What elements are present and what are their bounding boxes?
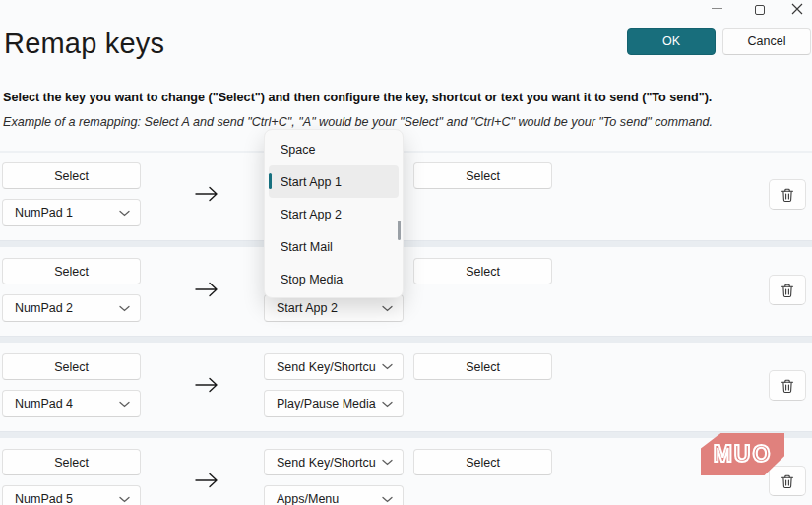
to-send-value: Start App 2 <box>277 301 338 315</box>
source-key-combobox[interactable]: NumPad 4 <box>2 390 141 417</box>
remap-row: Select NumPad 2 Start App 2 Select <box>0 247 812 343</box>
chevron-down-icon <box>382 363 393 370</box>
to-send-value: Play/Pause Media <box>277 397 376 410</box>
source-key-value: NumPad 2 <box>15 301 73 315</box>
description-example-text: Example of a remapping: Select A and sen… <box>3 115 713 129</box>
dropdown-item-label: Start Mail <box>281 240 333 254</box>
chevron-down-icon <box>119 496 130 503</box>
delete-remap-button[interactable] <box>769 370 806 401</box>
select-source-key-button[interactable]: Select <box>2 258 141 284</box>
select-source-key-button[interactable]: Select <box>2 162 141 189</box>
selected-accent-bar <box>269 173 272 189</box>
maps-to-arrow-icon <box>194 375 219 395</box>
key-dropdown-flyout: Space Start App 1 Start App 2 Start Mail… <box>264 129 404 298</box>
trash-icon <box>780 283 795 298</box>
titlebar <box>0 0 812 18</box>
remap-row: Select NumPad 1 Select <box>0 152 812 247</box>
trash-icon <box>780 378 795 394</box>
cancel-button[interactable]: Cancel <box>722 28 811 55</box>
to-send-value-combobox[interactable]: Apps/Menu <box>264 485 404 505</box>
chevron-down-icon <box>382 305 393 312</box>
minimize-icon <box>712 8 722 10</box>
select-to-send-button[interactable]: Select <box>413 449 552 475</box>
ok-button[interactable]: OK <box>627 28 716 55</box>
dropdown-item[interactable]: Stop Media <box>269 263 399 295</box>
maps-to-arrow-icon <box>194 280 219 299</box>
source-key-value: NumPad 5 <box>15 492 73 505</box>
dropdown-item-label: Space <box>281 143 315 157</box>
chevron-down-icon <box>119 305 130 312</box>
select-to-send-button[interactable]: Select <box>413 353 552 380</box>
to-send-type-combobox[interactable]: Send Key/Shortcu <box>264 449 404 475</box>
source-key-combobox[interactable]: NumPad 1 <box>2 199 141 226</box>
select-to-send-button[interactable]: Select <box>413 258 552 284</box>
to-send-type-combobox[interactable]: Send Key/Shortcu <box>264 353 404 380</box>
close-button[interactable] <box>782 0 812 17</box>
source-key-value: NumPad 4 <box>15 397 73 410</box>
dropdown-item[interactable]: Start App 2 <box>269 198 399 230</box>
delete-remap-button[interactable] <box>769 179 806 210</box>
dropdown-item-selected[interactable]: Start App 1 <box>269 165 399 198</box>
dropdown-item[interactable]: Space <box>269 133 399 165</box>
to-send-type-value: Send Key/Shortcu <box>277 360 376 374</box>
chevron-down-icon <box>382 496 393 503</box>
remap-row: Select NumPad 4 Send Key/Shortcu Play/Pa… <box>0 343 812 438</box>
source-key-combobox[interactable]: NumPad 5 <box>2 485 141 505</box>
maximize-button[interactable] <box>745 0 775 17</box>
maps-to-arrow-icon <box>194 471 219 490</box>
delete-remap-button[interactable] <box>769 275 806 305</box>
trash-icon <box>780 473 795 489</box>
source-key-combobox[interactable]: NumPad 2 <box>2 294 141 322</box>
maximize-icon <box>755 5 765 15</box>
maps-to-arrow-icon <box>194 184 219 204</box>
chevron-down-icon <box>382 401 393 408</box>
chevron-down-icon <box>382 459 393 466</box>
remap-row: Select NumPad 5 Send Key/Shortcu Apps/Me… <box>0 438 812 505</box>
minimize-button[interactable] <box>702 0 731 17</box>
dropdown-item[interactable]: Tab <box>269 295 399 298</box>
dropdown-scrollbar-thumb[interactable] <box>398 221 401 240</box>
dropdown-item-label: Start App 1 <box>281 175 342 189</box>
select-to-send-button[interactable]: Select <box>413 162 552 189</box>
dropdown-item-label: Start App 2 <box>281 208 342 221</box>
dropdown-item-label: Stop Media <box>281 273 343 286</box>
delete-remap-button[interactable] <box>769 466 806 496</box>
select-source-key-button[interactable]: Select <box>2 353 141 380</box>
source-key-value: NumPad 1 <box>15 206 73 220</box>
to-send-type-value: Send Key/Shortcu <box>277 456 376 470</box>
to-send-value-combobox[interactable]: Play/Pause Media <box>264 390 404 417</box>
chevron-down-icon <box>119 210 130 217</box>
muo-watermark-label: MUO <box>714 441 773 468</box>
description-text: Select the key you want to change ("Sele… <box>3 91 712 104</box>
chevron-down-icon <box>119 401 130 408</box>
page-title: Remap keys <box>4 28 164 60</box>
select-source-key-button[interactable]: Select <box>2 449 141 475</box>
trash-icon <box>780 187 795 203</box>
to-send-value-combobox[interactable]: Start App 2 <box>264 294 404 322</box>
remap-keys-dialog: { "titlebar": { "minimize": "minimize", … <box>0 0 812 505</box>
close-icon <box>791 3 803 15</box>
dropdown-item[interactable]: Start Mail <box>269 230 399 263</box>
to-send-value: Apps/Menu <box>277 492 339 505</box>
